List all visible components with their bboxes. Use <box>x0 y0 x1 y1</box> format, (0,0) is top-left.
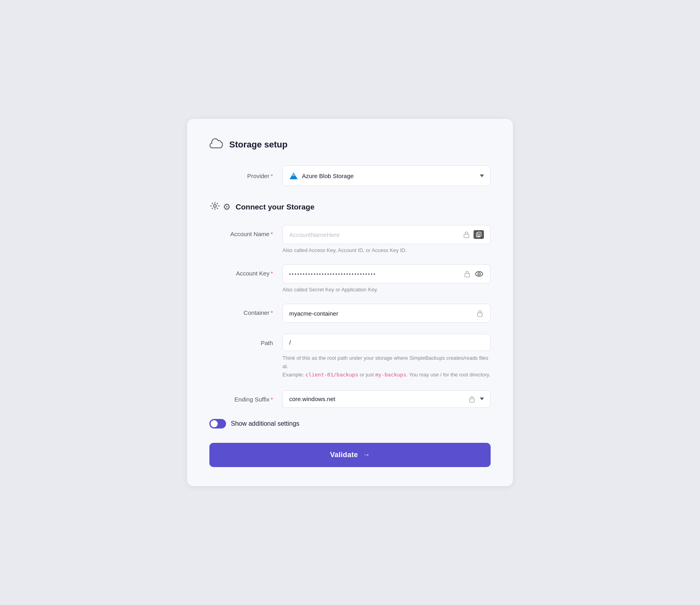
account-name-label: Account Name* <box>209 225 273 237</box>
svg-point-7 <box>476 271 483 276</box>
settings-icon-2: ⚙ <box>223 202 231 212</box>
svg-point-2 <box>214 205 217 207</box>
account-name-group: Account Name* <box>209 225 491 253</box>
container-group: Container* <box>209 304 491 323</box>
additional-settings-label: Show additional settings <box>231 420 300 427</box>
page-title: Storage setup <box>229 140 288 150</box>
account-name-input-wrapper <box>282 225 491 244</box>
ending-suffix-label: Ending Suffix* <box>209 390 273 403</box>
account-key-field-wrap: •••••••••••••••••••••••••••••••• <box>282 264 491 293</box>
account-name-hint: Also called Access Key, Account ID, or A… <box>282 247 491 253</box>
chevron-down-ending-suffix-icon <box>480 398 484 400</box>
provider-select[interactable]: Azure Blob Storage <box>282 165 491 186</box>
ending-suffix-select[interactable]: core.windows.net <box>282 390 491 408</box>
account-name-input[interactable] <box>289 231 459 238</box>
path-input-wrapper <box>282 334 491 351</box>
ending-suffix-value: core.windows.net <box>289 396 335 402</box>
ending-suffix-field-wrap: core.windows.net <box>282 390 491 408</box>
additional-settings-row: Show additional settings <box>209 419 491 429</box>
connect-section-header: ⚙ Connect your Storage <box>209 200 491 214</box>
account-name-field-wrap: Also called Access Key, Account ID, or A… <box>282 225 491 253</box>
validate-label: Validate <box>330 451 358 459</box>
additional-settings-toggle[interactable] <box>209 419 226 429</box>
container-input-wrapper <box>282 304 491 323</box>
svg-marker-1 <box>292 172 296 176</box>
svg-point-8 <box>478 273 480 275</box>
account-key-hint: Also called Secret Key or Application Ke… <box>282 287 491 293</box>
provider-label: Provider* <box>209 173 273 179</box>
path-input[interactable] <box>289 339 484 346</box>
container-field-wrap <box>282 304 491 323</box>
storage-setup-card: Storage setup Provider* Azure Blob Stora… <box>187 119 513 486</box>
lock-icon-container[interactable] <box>476 309 484 318</box>
ending-suffix-group: Ending Suffix* core.windows.net <box>209 390 491 408</box>
page-header: Storage setup <box>209 138 491 151</box>
chevron-down-icon <box>480 175 484 177</box>
svg-rect-9 <box>478 313 482 316</box>
provider-row: Provider* Azure Blob Storage <box>209 165 491 186</box>
eye-icon-account-key[interactable] <box>474 270 484 278</box>
path-field-wrap: Think of this as the root path under you… <box>282 334 491 379</box>
paste-icon-account-name[interactable] <box>474 230 484 239</box>
path-label: Path <box>209 334 273 346</box>
settings-icon <box>209 200 220 214</box>
account-key-input-wrapper: •••••••••••••••••••••••••••••••• <box>282 264 491 283</box>
cloud-icon <box>209 138 223 151</box>
validate-button[interactable]: Validate → <box>209 443 491 467</box>
account-key-label: Account Key* <box>209 264 273 277</box>
path-group: Path Think of this as the root path unde… <box>209 334 491 379</box>
svg-rect-6 <box>465 273 470 277</box>
account-key-group: Account Key* •••••••••••••••••••••••••••… <box>209 264 491 293</box>
account-key-masked-value: •••••••••••••••••••••••••••••••• <box>289 271 376 276</box>
svg-rect-3 <box>464 234 469 238</box>
lock-icon-account-name[interactable] <box>462 230 470 239</box>
lock-icon-account-key[interactable] <box>463 270 471 278</box>
provider-value: Azure Blob Storage <box>302 173 354 179</box>
container-input[interactable] <box>289 310 473 317</box>
connect-section-title: Connect your Storage <box>236 203 314 211</box>
svg-rect-10 <box>470 399 474 402</box>
container-label: Container* <box>209 304 273 316</box>
lock-icon-ending-suffix <box>469 396 475 403</box>
validate-arrow: → <box>363 451 370 459</box>
path-hint: Think of this as the root path under you… <box>282 354 491 379</box>
